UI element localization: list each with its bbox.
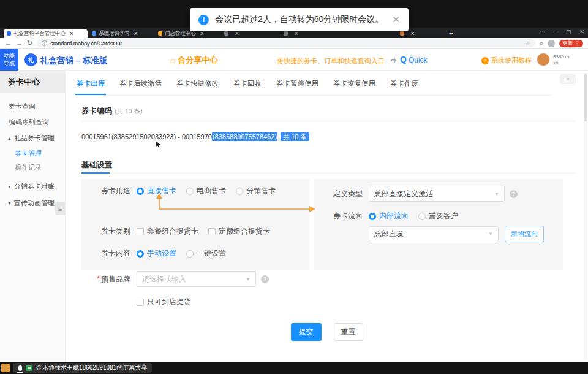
back-icon[interactable]: ← (5, 40, 12, 47)
divider (81, 173, 576, 174)
favicon (284, 31, 288, 36)
browser-update-button[interactable]: 更新 ⋮ (559, 40, 583, 47)
code-count: (共 10 条) (115, 107, 143, 115)
address-bar: ← → ↻ i standard.maboy.cn/CardsOut ☆ ⌕ 更… (0, 38, 588, 49)
scrollbar-thumb[interactable] (584, 74, 587, 121)
main-content: » 券卡出库 券卡后续激活 券卡快捷修改 券卡回收 券卡暂停使用 券卡恢复使用 … (66, 71, 588, 362)
submit-button[interactable]: 提交 (291, 323, 322, 341)
reset-button[interactable]: 重置 (334, 323, 363, 341)
radio-one-click-setup[interactable]: 一键设置 (186, 248, 226, 259)
radio-internal-flow[interactable]: 内部流向 (369, 211, 409, 221)
radio-manual-setup[interactable]: 手动设置 (137, 248, 176, 259)
select-value: 总部直接定义激活 (374, 189, 433, 199)
settings-form: 券卡用途 直接售卡 电商售卡 分销售卡 券卡类别 套餐组合提 (81, 179, 579, 313)
tab-close-icon[interactable]: ✕ (294, 31, 299, 37)
favicon (158, 31, 162, 36)
presale-brand-select[interactable]: 请选择或输入 ▼ (137, 271, 256, 287)
function-nav-button[interactable]: 功能 导航 (0, 49, 18, 71)
sharer-avatar (1, 364, 10, 372)
tab-card-suspend[interactable]: 券卡暂停使用 (275, 77, 320, 95)
new-tab-icon[interactable]: + (449, 29, 453, 37)
radio-direct-sale[interactable]: 直接售卡 (137, 186, 176, 196)
flow-target-row: 总部直发 ▼ 新增流向 (369, 226, 544, 242)
card-flow-label: 券卡流向 (326, 211, 363, 221)
tab-card-void[interactable]: 券卡作废 (389, 77, 420, 95)
info-icon: i (198, 15, 209, 25)
checkbox-icon (208, 228, 216, 235)
tab-close-icon[interactable]: ✕ (410, 31, 415, 37)
checkbox-combo-package-card[interactable]: 套餐组合提货卡 (137, 226, 198, 237)
favicon (224, 31, 228, 36)
radio-off-icon (186, 188, 194, 195)
radio-important-customer[interactable]: 重要客户 (418, 211, 458, 221)
flow-target-select[interactable]: 总部直发 ▼ (369, 226, 499, 242)
bookmark-star-icon[interactable]: ☆ (526, 40, 530, 47)
divider (81, 121, 576, 121)
radio-off-icon (186, 250, 194, 258)
radio-ecommerce-sale[interactable]: 电商售卡 (186, 186, 226, 196)
tab-close-icon[interactable]: ✕ (69, 31, 74, 37)
category-row: 券卡类别 套餐组合提货卡 定额组合提货卡 (94, 226, 280, 237)
code-section-title: 券卡编码(共 10 条) (81, 106, 143, 116)
tab-close-icon[interactable]: ✕ (235, 31, 239, 37)
tab-card-resume[interactable]: 券卡恢复使用 (332, 77, 377, 95)
tab-card-outbound[interactable]: 券卡出库 (75, 77, 106, 95)
browser-tab-2[interactable]: 系统培训学习 ✕ (89, 29, 154, 38)
content-row: 券卡内容 手动设置 一键设置 (94, 248, 236, 259)
define-type-select[interactable]: 总部直接定义激活 ▼ (369, 186, 505, 202)
minimize-icon[interactable]: ─ (554, 29, 557, 35)
browser-profile-avatar[interactable] (548, 40, 555, 47)
system-tutorial-link[interactable]: ? 系统使用教程 (481, 56, 532, 65)
promo-text: 更快捷的券卡、订单和快递查询入口 (277, 56, 385, 66)
tab-card-recycle[interactable]: 券卡回收 (232, 77, 263, 95)
tab-close-icon[interactable]: ✕ (200, 31, 205, 37)
radio-on-icon (137, 188, 144, 195)
code-count-badge: 共 10 条 (281, 132, 309, 141)
reload-icon[interactable]: ↻ (27, 40, 32, 47)
nav-label-2: 导航 (4, 60, 15, 67)
radio-on-icon (369, 213, 376, 220)
search-icon[interactable]: ⌕ (540, 40, 543, 47)
share-center-label: 合分享中心 (178, 55, 217, 66)
tabs-overflow-button[interactable]: » (560, 74, 576, 84)
select-value: 总部直发 (374, 229, 404, 239)
help-icon[interactable]: ? (510, 190, 518, 198)
add-flow-button[interactable]: 新增流向 (505, 226, 544, 242)
required-mark: * (97, 275, 100, 283)
checkbox-fixed-combo-card[interactable]: 定额组合提货卡 (208, 226, 270, 237)
presale-brand-row: *预售品牌 请选择或输入 ▼ ? (94, 271, 269, 287)
radio-distribution-sale[interactable]: 分销售卡 (236, 186, 276, 196)
browser-tab-1[interactable]: 礼盒营销平台管理中心 ✕ (4, 29, 88, 38)
code-range-line: 00015961(8385291502033923) - 00015970(83… (81, 132, 309, 142)
tab-close-icon[interactable]: ✕ (134, 31, 138, 37)
site-info-icon[interactable]: i (42, 40, 47, 46)
sidebar-group-distribution-reconcile[interactable]: ▼ 分销券卡对账 (0, 178, 65, 195)
tab-card-quick-edit[interactable]: 券卡快捷修改 (175, 77, 220, 95)
sidebar-item-card-query[interactable]: 券卡查询 (0, 98, 65, 114)
sidebar-collapse-toggle[interactable]: ≡ (55, 202, 65, 215)
sidebar-item-operation-log[interactable]: 操作记录 (0, 161, 65, 175)
window-close-icon[interactable]: ✕ (579, 29, 584, 35)
define-type-row: 定义类型 总部直接定义激活 ▼ ? (326, 186, 518, 202)
checkbox-store-pickup-only[interactable]: 只可到店提货 (137, 297, 191, 307)
more-icon[interactable]: ⋯ (540, 29, 545, 35)
maximize-icon[interactable]: ▢ (566, 29, 571, 35)
forward-icon[interactable]: → (16, 40, 23, 47)
chevron-down-icon: ▼ (246, 277, 251, 282)
url-field[interactable]: i standard.maboy.cn/CardsOut ☆ (37, 39, 535, 47)
share-center-link[interactable]: ⌂ 合分享中心 (170, 55, 217, 66)
select-placeholder: 请选择或输入 (142, 274, 186, 284)
browser-tab-label: 礼盒营销平台管理中心 (13, 30, 66, 37)
usage-row: 券卡用途 直接售卡 电商售卡 分销售卡 (94, 186, 285, 196)
sidebar-group-gift-card-mgmt[interactable]: ▲ 礼品券卡管理 (0, 130, 65, 147)
tab-card-later-activate[interactable]: 券卡后续激活 (118, 77, 163, 95)
app-header: 功能 导航 礼 礼盒营销 – 标准版 ⌂ 合分享中心 更快捷的券卡、订单和快递查… (0, 49, 588, 71)
code-range-selected: (8385889075578462) (212, 132, 277, 141)
toast-close-icon[interactable]: ✕ (392, 14, 400, 25)
sidebar-item-card-management[interactable]: 券卡管理 (0, 147, 65, 161)
user-avatar[interactable] (537, 53, 550, 66)
quick-link[interactable]: Q Quick (400, 55, 428, 64)
sidebar-item-code-sequence-query[interactable]: 编码序列查询 (0, 114, 65, 130)
help-icon[interactable]: ? (261, 275, 269, 283)
user-name: 8385xh xh. (553, 54, 569, 67)
